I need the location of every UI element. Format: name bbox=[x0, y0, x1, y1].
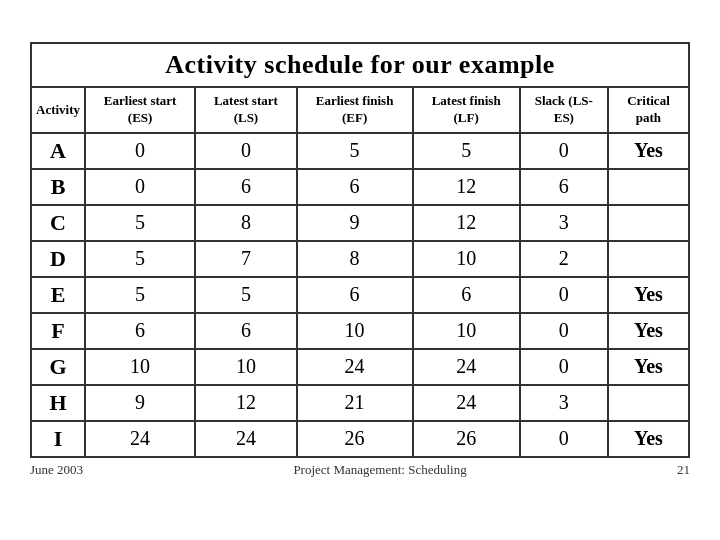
cell-ls: 24 bbox=[195, 421, 296, 457]
cell-ls: 6 bbox=[195, 169, 296, 205]
cell-ls: 5 bbox=[195, 277, 296, 313]
cell-ef: 6 bbox=[297, 277, 413, 313]
table-row: E55660Yes bbox=[31, 277, 689, 313]
cell-slack: 3 bbox=[520, 385, 608, 421]
cell-lf: 10 bbox=[413, 241, 520, 277]
cell-ef: 26 bbox=[297, 421, 413, 457]
table-row: G101024240Yes bbox=[31, 349, 689, 385]
cell-critical: Yes bbox=[608, 349, 689, 385]
cell-ef: 10 bbox=[297, 313, 413, 349]
col-header-earliest-finish: Earliest finish (EF) bbox=[297, 87, 413, 133]
cell-critical bbox=[608, 205, 689, 241]
slide-container: Activity schedule for our example Activi… bbox=[0, 0, 720, 540]
cell-lf: 12 bbox=[413, 169, 520, 205]
cell-ef: 5 bbox=[297, 133, 413, 169]
cell-lf: 5 bbox=[413, 133, 520, 169]
cell-lf: 24 bbox=[413, 349, 520, 385]
cell-es: 5 bbox=[85, 277, 195, 313]
cell-ef: 21 bbox=[297, 385, 413, 421]
cell-slack: 2 bbox=[520, 241, 608, 277]
cell-slack: 0 bbox=[520, 313, 608, 349]
activity-table: Activity schedule for our example Activi… bbox=[30, 42, 690, 458]
cell-ls: 0 bbox=[195, 133, 296, 169]
table-row: C589123 bbox=[31, 205, 689, 241]
table-row: D578102 bbox=[31, 241, 689, 277]
cell-activity: G bbox=[31, 349, 85, 385]
cell-ls: 8 bbox=[195, 205, 296, 241]
cell-activity: E bbox=[31, 277, 85, 313]
cell-ls: 10 bbox=[195, 349, 296, 385]
cell-activity: D bbox=[31, 241, 85, 277]
cell-ls: 12 bbox=[195, 385, 296, 421]
cell-slack: 0 bbox=[520, 421, 608, 457]
cell-activity: F bbox=[31, 313, 85, 349]
footer-title: Project Management: Scheduling bbox=[293, 462, 466, 478]
cell-activity: C bbox=[31, 205, 85, 241]
cell-critical: Yes bbox=[608, 421, 689, 457]
cell-lf: 12 bbox=[413, 205, 520, 241]
cell-activity: B bbox=[31, 169, 85, 205]
cell-ef: 6 bbox=[297, 169, 413, 205]
cell-ls: 6 bbox=[195, 313, 296, 349]
cell-slack: 0 bbox=[520, 133, 608, 169]
cell-lf: 26 bbox=[413, 421, 520, 457]
cell-ef: 9 bbox=[297, 205, 413, 241]
col-header-slack: Slack (LS-ES) bbox=[520, 87, 608, 133]
cell-es: 6 bbox=[85, 313, 195, 349]
cell-es: 5 bbox=[85, 241, 195, 277]
cell-es: 0 bbox=[85, 133, 195, 169]
cell-es: 10 bbox=[85, 349, 195, 385]
cell-es: 9 bbox=[85, 385, 195, 421]
cell-slack: 0 bbox=[520, 277, 608, 313]
cell-critical: Yes bbox=[608, 313, 689, 349]
cell-critical bbox=[608, 169, 689, 205]
cell-ls: 7 bbox=[195, 241, 296, 277]
cell-activity: I bbox=[31, 421, 85, 457]
cell-lf: 24 bbox=[413, 385, 520, 421]
title-row: Activity schedule for our example bbox=[31, 43, 689, 87]
table-row: A00550Yes bbox=[31, 133, 689, 169]
col-header-critical-path: Critical path bbox=[608, 87, 689, 133]
cell-ef: 8 bbox=[297, 241, 413, 277]
cell-lf: 10 bbox=[413, 313, 520, 349]
col-header-earliest-start: Earliest start (ES) bbox=[85, 87, 195, 133]
table-title: Activity schedule for our example bbox=[31, 43, 689, 87]
cell-critical: Yes bbox=[608, 277, 689, 313]
table-row: B066126 bbox=[31, 169, 689, 205]
table-row: I242426260Yes bbox=[31, 421, 689, 457]
footer-date: June 2003 bbox=[30, 462, 83, 478]
cell-es: 0 bbox=[85, 169, 195, 205]
table-row: F6610100Yes bbox=[31, 313, 689, 349]
cell-activity: A bbox=[31, 133, 85, 169]
cell-es: 24 bbox=[85, 421, 195, 457]
col-header-activity: Activity bbox=[31, 87, 85, 133]
cell-slack: 3 bbox=[520, 205, 608, 241]
footer: June 2003 Project Management: Scheduling… bbox=[30, 462, 690, 478]
cell-ef: 24 bbox=[297, 349, 413, 385]
cell-critical: Yes bbox=[608, 133, 689, 169]
cell-slack: 6 bbox=[520, 169, 608, 205]
cell-critical bbox=[608, 241, 689, 277]
cell-critical bbox=[608, 385, 689, 421]
cell-lf: 6 bbox=[413, 277, 520, 313]
col-header-latest-finish: Latest finish (LF) bbox=[413, 87, 520, 133]
cell-activity: H bbox=[31, 385, 85, 421]
cell-es: 5 bbox=[85, 205, 195, 241]
col-header-latest-start: Latest start (LS) bbox=[195, 87, 296, 133]
footer-page: 21 bbox=[677, 462, 690, 478]
header-row: Activity Earliest start (ES) Latest star… bbox=[31, 87, 689, 133]
table-row: H91221243 bbox=[31, 385, 689, 421]
cell-slack: 0 bbox=[520, 349, 608, 385]
